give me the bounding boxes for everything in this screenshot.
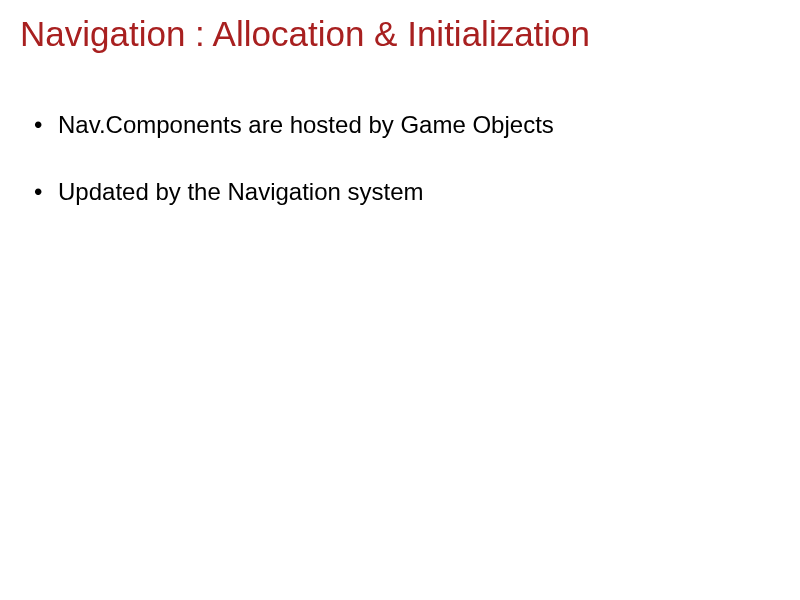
slide-container: Navigation : Allocation & Initialization… (0, 0, 800, 600)
list-item: Nav.Components are hosted by Game Object… (34, 109, 780, 140)
bullet-list: Nav.Components are hosted by Game Object… (20, 109, 780, 207)
list-item: Updated by the Navigation system (34, 176, 780, 207)
slide-title: Navigation : Allocation & Initialization (20, 14, 780, 54)
